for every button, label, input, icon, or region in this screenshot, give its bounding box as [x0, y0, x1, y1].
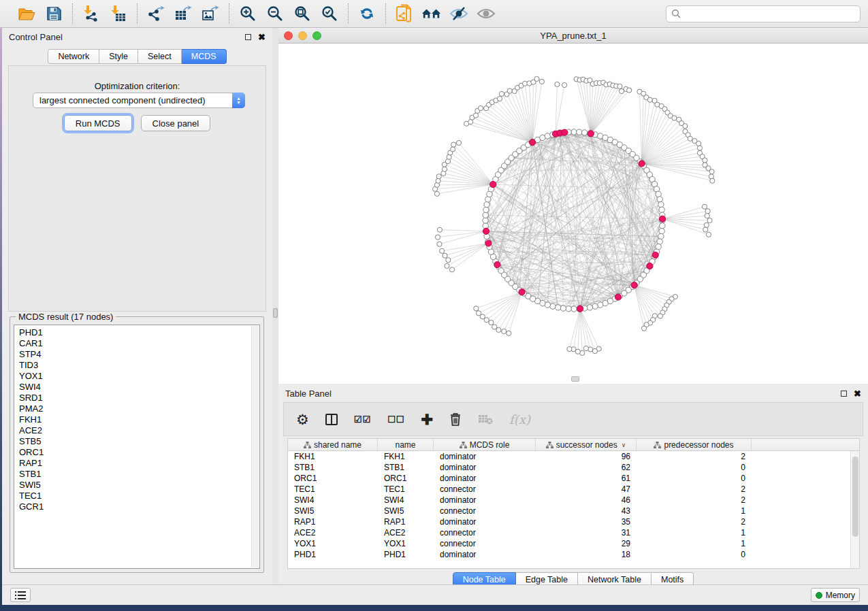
graph-node[interactable]: [502, 329, 507, 333]
graph-node[interactable]: [705, 214, 709, 218]
graph-node[interactable]: [474, 306, 479, 311]
graph-node[interactable]: [617, 84, 622, 88]
column-header-MCDS-role[interactable]: MCDS role: [434, 439, 536, 450]
graph-node[interactable]: [437, 227, 442, 232]
mcds-result-item[interactable]: SRD1: [19, 393, 259, 403]
add-column-icon[interactable]: ✚: [421, 412, 433, 427]
graph-node[interactable]: [658, 201, 664, 207]
import-table-icon[interactable]: [108, 3, 129, 24]
graph-node[interactable]: [703, 227, 708, 232]
column-header-predecessor-nodes[interactable]: predecessor nodes: [637, 439, 752, 450]
mcds-result-item[interactable]: CAR1: [19, 338, 259, 349]
graph-node[interactable]: [507, 331, 511, 335]
graph-node[interactable]: [587, 305, 592, 310]
import-network-icon[interactable]: [81, 3, 101, 24]
mcds-result-item[interactable]: FKH1: [19, 414, 259, 425]
close-panel-button[interactable]: Close panel: [141, 115, 211, 131]
graph-dominator-node[interactable]: [588, 131, 594, 137]
graph-node[interactable]: [571, 306, 577, 312]
optimization-criterion-select[interactable]: largest connected component (undirected)…: [33, 93, 245, 108]
table-row[interactable]: FKH1FKH1dominator962: [288, 451, 859, 462]
graph-node[interactable]: [566, 306, 571, 312]
select-all-icon[interactable]: ☑☑: [354, 414, 371, 425]
graph-node[interactable]: [657, 239, 662, 244]
table-row[interactable]: TEC1TEC1connector472: [288, 484, 859, 495]
table-row[interactable]: STB1STB1dominator620: [288, 462, 859, 473]
graph-dominator-node[interactable]: [490, 182, 496, 188]
export-image-icon[interactable]: [200, 3, 221, 24]
graph-node[interactable]: [451, 147, 455, 152]
graph-node[interactable]: [484, 201, 489, 207]
table-row[interactable]: SWI4SWI4dominator462: [288, 495, 859, 506]
float-table-panel-icon[interactable]: [841, 391, 847, 397]
column-header-shared-name[interactable]: shared name: [288, 439, 378, 450]
graph-node[interactable]: [483, 212, 488, 218]
network-view-handle[interactable]: [571, 376, 579, 382]
close-panel-icon[interactable]: ✖: [258, 33, 266, 42]
graph-node[interactable]: [583, 346, 588, 351]
graph-node[interactable]: [641, 326, 646, 331]
graph-node[interactable]: [555, 305, 560, 310]
table-row[interactable]: RAP1RAP1dominator352: [288, 516, 859, 527]
tab-select[interactable]: Select: [138, 49, 182, 64]
graph-node[interactable]: [497, 96, 502, 101]
mcds-result-item[interactable]: STP4: [19, 349, 259, 360]
graph-dominator-node[interactable]: [494, 261, 500, 267]
zoom-in-icon[interactable]: [238, 3, 258, 24]
float-panel-icon[interactable]: [245, 34, 251, 40]
table-scrollbar-thumb[interactable]: [852, 457, 858, 537]
graph-node[interactable]: [659, 229, 664, 234]
graph-dominator-node[interactable]: [639, 161, 645, 167]
graph-node[interactable]: [434, 191, 439, 196]
graph-node[interactable]: [507, 88, 512, 93]
mcds-list-scrollbar[interactable]: [251, 326, 259, 567]
graph-node[interactable]: [477, 311, 481, 316]
mcds-result-item[interactable]: PMA2: [19, 403, 259, 414]
graph-node[interactable]: [473, 113, 478, 118]
table-row[interactable]: YOX1YOX1connector291: [288, 538, 859, 549]
vertical-splitter[interactable]: [272, 28, 278, 584]
graph-node[interactable]: [582, 130, 588, 135]
mcds-result-item[interactable]: TEC1: [19, 491, 259, 501]
graph-node[interactable]: [592, 303, 598, 309]
table-row[interactable]: ORC1ORC1dominator610: [288, 473, 859, 484]
show-all-eye-icon[interactable]: [476, 3, 496, 24]
mcds-result-item[interactable]: ORC1: [19, 447, 259, 458]
graph-node[interactable]: [446, 258, 451, 263]
graph-node[interactable]: [659, 207, 664, 212]
graph-node[interactable]: [550, 303, 556, 309]
graph-dominator-node[interactable]: [652, 252, 658, 258]
task-history-button[interactable]: [10, 588, 31, 602]
graph-node[interactable]: [696, 141, 701, 146]
graph-node[interactable]: [436, 174, 441, 179]
zoom-selected-icon[interactable]: [319, 3, 340, 24]
graph-node[interactable]: [702, 204, 707, 209]
mcds-result-item[interactable]: SWI4: [19, 382, 259, 393]
graph-node[interactable]: [660, 223, 665, 229]
graph-node[interactable]: [560, 306, 566, 311]
graph-node[interactable]: [706, 232, 711, 237]
graph-node[interactable]: [647, 97, 652, 102]
graph-dominator-node[interactable]: [483, 228, 489, 234]
graph-node[interactable]: [704, 222, 709, 227]
graph-node[interactable]: [577, 129, 582, 135]
zoom-out-icon[interactable]: [265, 3, 285, 24]
graph-node[interactable]: [697, 146, 702, 150]
graph-dominator-node[interactable]: [615, 294, 621, 300]
column-header-name[interactable]: name: [378, 439, 434, 450]
graph-node[interactable]: [707, 218, 712, 222]
refresh-layout-icon[interactable]: [357, 3, 377, 24]
graph-node[interactable]: [443, 253, 447, 258]
network-canvas[interactable]: [278, 44, 868, 384]
graph-node[interactable]: [483, 207, 489, 212]
graph-node[interactable]: [656, 191, 661, 197]
tab-style[interactable]: Style: [99, 49, 138, 64]
graph-node[interactable]: [496, 327, 501, 332]
memory-button[interactable]: Memory: [811, 588, 860, 602]
graph-dominator-node[interactable]: [519, 289, 525, 295]
table-settings-gear-icon[interactable]: ⚙: [296, 412, 309, 427]
graph-node[interactable]: [688, 136, 692, 141]
table-row[interactable]: SWI5SWI5connector431: [288, 506, 859, 516]
graph-node[interactable]: [709, 169, 714, 174]
graph-node[interactable]: [499, 91, 504, 96]
